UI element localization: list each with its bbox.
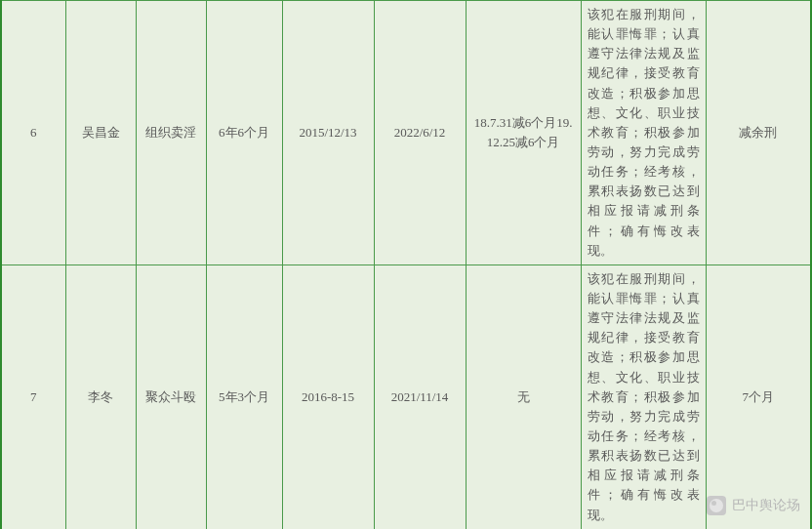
cell-sentence: 5年3个月 bbox=[206, 264, 282, 529]
cell-end: 2022/6/12 bbox=[374, 1, 466, 265]
cell-proposal: 减余刑 bbox=[706, 1, 811, 265]
cell-crime: 聚众斗殴 bbox=[136, 264, 206, 529]
cell-sentence: 6年6个月 bbox=[206, 1, 282, 265]
cell-start: 2015/12/13 bbox=[282, 1, 374, 265]
cell-eval: 该犯在服刑期间，能认罪悔罪；认真遵守法律法规及监规纪律，接受教育改造；积极参加思… bbox=[581, 1, 706, 265]
cell-crime: 组织卖淫 bbox=[136, 1, 206, 265]
cell-index: 7 bbox=[1, 264, 65, 529]
cell-name: 吴昌金 bbox=[65, 1, 136, 265]
cell-prior: 无 bbox=[466, 264, 581, 529]
cell-start: 2016-8-15 bbox=[282, 264, 374, 529]
reduction-table: 6 吴昌金 组织卖淫 6年6个月 2015/12/13 2022/6/12 18… bbox=[0, 0, 812, 529]
cell-index: 6 bbox=[1, 1, 65, 265]
table-row: 6 吴昌金 组织卖淫 6年6个月 2015/12/13 2022/6/12 18… bbox=[1, 1, 811, 265]
cell-end: 2021/11/14 bbox=[374, 264, 466, 529]
table-row: 7 李冬 聚众斗殴 5年3个月 2016-8-15 2021/11/14 无 该… bbox=[1, 264, 811, 529]
cell-prior: 18.7.31减6个月19.12.25减6个月 bbox=[466, 1, 581, 265]
cell-proposal: 7个月 bbox=[706, 264, 811, 529]
cell-name: 李冬 bbox=[65, 264, 136, 529]
cell-eval: 该犯在服刑期间，能认罪悔罪；认真遵守法律法规及监规纪律，接受教育改造；积极参加思… bbox=[581, 264, 706, 529]
document-sheet: 6 吴昌金 组织卖淫 6年6个月 2015/12/13 2022/6/12 18… bbox=[0, 0, 812, 529]
